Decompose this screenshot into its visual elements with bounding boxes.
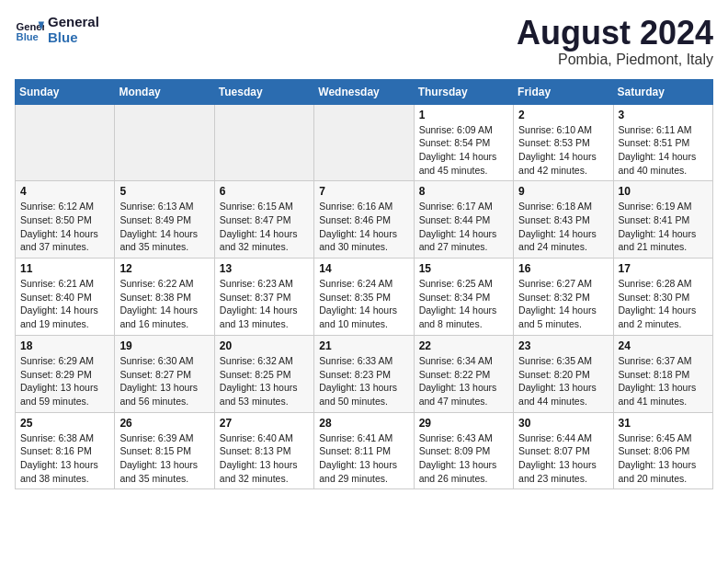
title-area: August 2024 Pombia, Piedmont, Italy (517, 15, 713, 68)
day-number: 4 (20, 185, 109, 198)
day-info: Sunrise: 6:12 AM Sunset: 8:50 PM Dayligh… (20, 200, 109, 254)
day-number: 15 (419, 262, 508, 275)
day-info: Sunrise: 6:25 AM Sunset: 8:34 PM Dayligh… (419, 277, 508, 331)
calendar-cell: 20Sunrise: 6:32 AM Sunset: 8:25 PM Dayli… (214, 335, 313, 412)
day-info: Sunrise: 6:45 AM Sunset: 8:06 PM Dayligh… (619, 431, 708, 486)
day-info: Sunrise: 6:24 AM Sunset: 8:35 PM Dayligh… (319, 277, 408, 331)
day-number: 19 (119, 339, 209, 352)
day-info: Sunrise: 6:22 AM Sunset: 8:38 PM Dayligh… (119, 277, 209, 331)
day-info: Sunrise: 6:38 AM Sunset: 8:16 PM Dayligh… (20, 431, 109, 486)
day-info: Sunrise: 6:19 AM Sunset: 8:41 PM Dayligh… (619, 200, 708, 254)
day-number: 2 (518, 109, 608, 121)
calendar-cell: 14Sunrise: 6:24 AM Sunset: 8:35 PM Dayli… (314, 259, 414, 336)
day-info: Sunrise: 6:23 AM Sunset: 8:37 PM Dayligh… (220, 277, 309, 331)
calendar-cell: 25Sunrise: 6:38 AM Sunset: 8:16 PM Dayli… (16, 412, 115, 489)
day-info: Sunrise: 6:30 AM Sunset: 8:27 PM Dayligh… (119, 354, 209, 408)
day-number: 25 (20, 417, 109, 430)
day-info: Sunrise: 6:40 AM Sunset: 8:13 PM Dayligh… (220, 431, 309, 486)
col-thursday: Thursday (414, 79, 513, 104)
day-info: Sunrise: 6:41 AM Sunset: 8:11 PM Dayligh… (319, 431, 408, 486)
col-wednesday: Wednesday (314, 79, 414, 104)
day-number: 13 (220, 262, 309, 275)
calendar-cell: 29Sunrise: 6:43 AM Sunset: 8:09 PM Dayli… (414, 412, 513, 489)
week-row-1: 1Sunrise: 6:09 AM Sunset: 8:54 PM Daylig… (16, 104, 713, 181)
svg-text:Blue: Blue (17, 31, 39, 42)
day-number: 10 (619, 185, 708, 198)
day-number: 5 (119, 185, 209, 198)
day-info: Sunrise: 6:33 AM Sunset: 8:23 PM Dayligh… (319, 354, 408, 408)
day-info: Sunrise: 6:39 AM Sunset: 8:15 PM Dayligh… (119, 431, 209, 486)
calendar-cell: 21Sunrise: 6:33 AM Sunset: 8:23 PM Dayli… (314, 335, 414, 412)
col-tuesday: Tuesday (214, 79, 313, 104)
calendar-cell: 23Sunrise: 6:35 AM Sunset: 8:20 PM Dayli… (514, 335, 613, 412)
day-number: 24 (619, 339, 708, 352)
calendar-cell (115, 104, 214, 181)
calendar-cell: 9Sunrise: 6:18 AM Sunset: 8:43 PM Daylig… (514, 181, 613, 259)
calendar-cell (314, 104, 414, 181)
day-number: 14 (319, 262, 408, 275)
day-info: Sunrise: 6:44 AM Sunset: 8:07 PM Dayligh… (518, 431, 608, 486)
calendar-cell: 27Sunrise: 6:40 AM Sunset: 8:13 PM Dayli… (214, 412, 313, 489)
calendar-cell: 4Sunrise: 6:12 AM Sunset: 8:50 PM Daylig… (16, 181, 115, 259)
day-number: 16 (518, 262, 608, 275)
day-info: Sunrise: 6:34 AM Sunset: 8:22 PM Dayligh… (419, 354, 508, 408)
day-number: 6 (220, 185, 309, 198)
day-info: Sunrise: 6:10 AM Sunset: 8:53 PM Dayligh… (518, 123, 608, 178)
day-number: 28 (319, 417, 408, 430)
calendar-cell: 5Sunrise: 6:13 AM Sunset: 8:49 PM Daylig… (115, 181, 214, 259)
day-number: 8 (419, 185, 508, 198)
day-number: 30 (518, 417, 608, 430)
day-number: 7 (319, 185, 408, 198)
day-info: Sunrise: 6:37 AM Sunset: 8:18 PM Dayligh… (619, 354, 708, 408)
logo-icon: General Blue (15, 16, 44, 45)
calendar-cell: 26Sunrise: 6:39 AM Sunset: 8:15 PM Dayli… (115, 412, 214, 489)
day-number: 29 (419, 417, 508, 430)
col-saturday: Saturday (613, 79, 712, 104)
calendar-cell: 24Sunrise: 6:37 AM Sunset: 8:18 PM Dayli… (613, 335, 712, 412)
calendar-header-row: Sunday Monday Tuesday Wednesday Thursday… (16, 79, 713, 104)
calendar-cell: 17Sunrise: 6:28 AM Sunset: 8:30 PM Dayli… (613, 259, 712, 336)
calendar-cell: 22Sunrise: 6:34 AM Sunset: 8:22 PM Dayli… (414, 335, 513, 412)
week-row-4: 18Sunrise: 6:29 AM Sunset: 8:29 PM Dayli… (16, 335, 713, 412)
month-title: August 2024 (517, 15, 713, 52)
day-info: Sunrise: 6:32 AM Sunset: 8:25 PM Dayligh… (220, 354, 309, 408)
day-info: Sunrise: 6:09 AM Sunset: 8:54 PM Dayligh… (419, 123, 508, 178)
logo: General Blue General Blue (15, 15, 99, 45)
col-sunday: Sunday (16, 79, 115, 104)
day-number: 18 (20, 339, 109, 352)
day-info: Sunrise: 6:13 AM Sunset: 8:49 PM Dayligh… (119, 200, 209, 254)
day-number: 23 (518, 339, 608, 352)
calendar-cell: 18Sunrise: 6:29 AM Sunset: 8:29 PM Dayli… (16, 335, 115, 412)
day-info: Sunrise: 6:11 AM Sunset: 8:51 PM Dayligh… (619, 123, 708, 178)
calendar-cell: 3Sunrise: 6:11 AM Sunset: 8:51 PM Daylig… (613, 104, 712, 181)
day-number: 27 (220, 417, 309, 430)
day-number: 12 (119, 262, 209, 275)
calendar-cell: 10Sunrise: 6:19 AM Sunset: 8:41 PM Dayli… (613, 181, 712, 259)
day-info: Sunrise: 6:29 AM Sunset: 8:29 PM Dayligh… (20, 354, 109, 408)
calendar-cell: 15Sunrise: 6:25 AM Sunset: 8:34 PM Dayli… (414, 259, 513, 336)
day-number: 11 (20, 262, 109, 275)
day-info: Sunrise: 6:27 AM Sunset: 8:32 PM Dayligh… (518, 277, 608, 331)
day-number: 20 (220, 339, 309, 352)
day-number: 22 (419, 339, 508, 352)
calendar-cell: 2Sunrise: 6:10 AM Sunset: 8:53 PM Daylig… (514, 104, 613, 181)
calendar-cell: 31Sunrise: 6:45 AM Sunset: 8:06 PM Dayli… (613, 412, 712, 489)
calendar-cell: 16Sunrise: 6:27 AM Sunset: 8:32 PM Dayli… (514, 259, 613, 336)
day-number: 9 (518, 185, 608, 198)
calendar-cell: 11Sunrise: 6:21 AM Sunset: 8:40 PM Dayli… (16, 259, 115, 336)
calendar-cell: 19Sunrise: 6:30 AM Sunset: 8:27 PM Dayli… (115, 335, 214, 412)
day-info: Sunrise: 6:17 AM Sunset: 8:44 PM Dayligh… (419, 200, 508, 254)
day-number: 21 (319, 339, 408, 352)
day-number: 26 (119, 417, 209, 430)
location-title: Pombia, Piedmont, Italy (517, 52, 713, 68)
day-info: Sunrise: 6:28 AM Sunset: 8:30 PM Dayligh… (619, 277, 708, 331)
logo-line2: Blue (48, 30, 99, 46)
day-info: Sunrise: 6:35 AM Sunset: 8:20 PM Dayligh… (518, 354, 608, 408)
calendar-cell: 28Sunrise: 6:41 AM Sunset: 8:11 PM Dayli… (314, 412, 414, 489)
col-friday: Friday (514, 79, 613, 104)
week-row-2: 4Sunrise: 6:12 AM Sunset: 8:50 PM Daylig… (16, 181, 713, 259)
calendar-cell (214, 104, 313, 181)
logo-line1: General (48, 15, 99, 30)
calendar-cell: 12Sunrise: 6:22 AM Sunset: 8:38 PM Dayli… (115, 259, 214, 336)
calendar-cell: 13Sunrise: 6:23 AM Sunset: 8:37 PM Dayli… (214, 259, 313, 336)
